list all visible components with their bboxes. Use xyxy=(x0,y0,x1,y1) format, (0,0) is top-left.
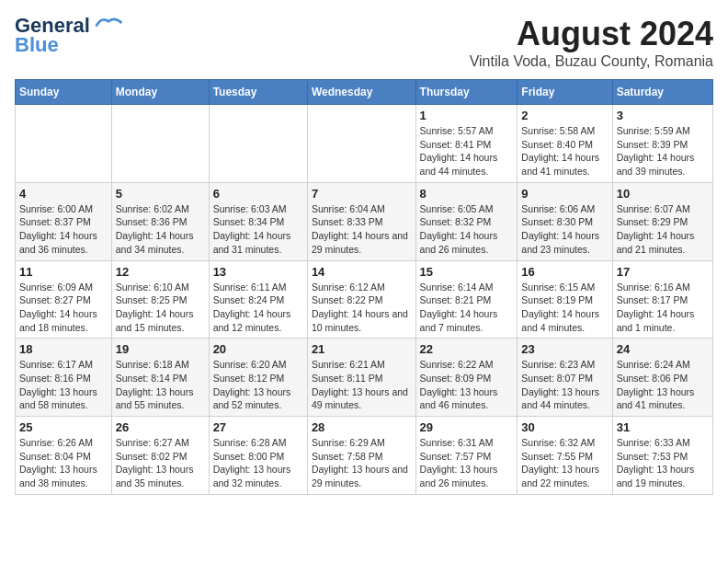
calendar-cell: 29Sunrise: 6:31 AM Sunset: 7:57 PM Dayli… xyxy=(415,417,518,495)
day-number: 12 xyxy=(116,265,205,279)
day-number: 24 xyxy=(617,342,709,356)
col-header-thursday: Thursday xyxy=(415,80,518,105)
col-header-wednesday: Wednesday xyxy=(307,80,415,105)
day-number: 15 xyxy=(420,265,514,279)
calendar-table: SundayMondayTuesdayWednesdayThursdayFrid… xyxy=(15,79,713,495)
day-info: Sunrise: 6:16 AM Sunset: 8:17 PM Dayligh… xyxy=(617,281,709,335)
day-info: Sunrise: 6:12 AM Sunset: 8:22 PM Dayligh… xyxy=(312,281,412,335)
calendar-cell: 4Sunrise: 6:00 AM Sunset: 8:37 PM Daylig… xyxy=(16,182,112,260)
day-info: Sunrise: 6:21 AM Sunset: 8:11 PM Dayligh… xyxy=(312,358,412,412)
calendar-cell: 8Sunrise: 6:05 AM Sunset: 8:32 PM Daylig… xyxy=(415,182,518,260)
calendar-week-row: 25Sunrise: 6:26 AM Sunset: 8:04 PM Dayli… xyxy=(16,417,713,495)
day-info: Sunrise: 6:29 AM Sunset: 7:58 PM Dayligh… xyxy=(312,436,412,490)
day-info: Sunrise: 6:22 AM Sunset: 8:09 PM Dayligh… xyxy=(420,358,514,412)
col-header-tuesday: Tuesday xyxy=(209,80,307,105)
calendar-cell: 13Sunrise: 6:11 AM Sunset: 8:24 PM Dayli… xyxy=(209,260,307,339)
day-info: Sunrise: 6:28 AM Sunset: 8:00 PM Dayligh… xyxy=(213,436,303,490)
calendar-week-row: 11Sunrise: 6:09 AM Sunset: 8:27 PM Dayli… xyxy=(16,260,713,339)
day-number: 27 xyxy=(213,420,303,434)
day-info: Sunrise: 6:06 AM Sunset: 8:30 PM Dayligh… xyxy=(521,202,608,257)
calendar-cell: 22Sunrise: 6:22 AM Sunset: 8:09 PM Dayli… xyxy=(415,339,518,417)
day-info: Sunrise: 6:18 AM Sunset: 8:14 PM Dayligh… xyxy=(116,358,205,412)
day-number: 20 xyxy=(213,342,303,356)
calendar-week-row: 1Sunrise: 5:57 AM Sunset: 8:41 PM Daylig… xyxy=(16,105,713,183)
day-info: Sunrise: 6:23 AM Sunset: 8:07 PM Dayligh… xyxy=(521,358,608,412)
day-number: 31 xyxy=(617,420,709,434)
day-info: Sunrise: 6:24 AM Sunset: 8:06 PM Dayligh… xyxy=(617,358,709,412)
day-number: 19 xyxy=(116,342,205,356)
day-info: Sunrise: 6:07 AM Sunset: 8:29 PM Dayligh… xyxy=(617,202,709,257)
day-number: 17 xyxy=(617,265,709,279)
day-number: 6 xyxy=(213,187,303,201)
day-number: 29 xyxy=(420,420,514,434)
calendar-cell: 2Sunrise: 5:58 AM Sunset: 8:40 PM Daylig… xyxy=(518,105,612,183)
day-info: Sunrise: 6:20 AM Sunset: 8:12 PM Dayligh… xyxy=(213,358,303,412)
day-number: 3 xyxy=(617,109,709,122)
day-number: 26 xyxy=(116,420,205,434)
calendar-cell xyxy=(111,105,209,183)
day-info: Sunrise: 6:04 AM Sunset: 8:33 PM Dayligh… xyxy=(312,202,412,257)
day-info: Sunrise: 6:05 AM Sunset: 8:32 PM Dayligh… xyxy=(420,202,514,257)
calendar-cell: 16Sunrise: 6:15 AM Sunset: 8:19 PM Dayli… xyxy=(518,260,612,339)
day-info: Sunrise: 6:27 AM Sunset: 8:02 PM Dayligh… xyxy=(116,436,205,490)
day-number: 5 xyxy=(116,187,205,201)
calendar-cell: 20Sunrise: 6:20 AM Sunset: 8:12 PM Dayli… xyxy=(209,339,307,417)
day-number: 11 xyxy=(19,265,108,279)
day-info: Sunrise: 6:10 AM Sunset: 8:25 PM Dayligh… xyxy=(116,281,205,335)
page-title: August 2024 xyxy=(470,15,713,53)
day-number: 7 xyxy=(312,187,412,201)
day-number: 9 xyxy=(521,187,608,201)
day-info: Sunrise: 5:58 AM Sunset: 8:40 PM Dayligh… xyxy=(521,124,608,178)
day-info: Sunrise: 6:33 AM Sunset: 7:53 PM Dayligh… xyxy=(617,436,709,490)
day-number: 21 xyxy=(312,342,412,356)
day-info: Sunrise: 6:15 AM Sunset: 8:19 PM Dayligh… xyxy=(521,281,608,335)
day-info: Sunrise: 6:26 AM Sunset: 8:04 PM Dayligh… xyxy=(19,436,108,490)
logo-bird-icon xyxy=(92,13,125,33)
day-number: 22 xyxy=(420,342,514,356)
calendar-cell: 14Sunrise: 6:12 AM Sunset: 8:22 PM Dayli… xyxy=(307,260,415,339)
day-number: 10 xyxy=(617,187,709,201)
page-subtitle: Vintila Voda, Buzau County, Romania xyxy=(470,53,713,70)
day-number: 13 xyxy=(213,265,303,279)
logo: General Blue xyxy=(15,15,125,57)
day-number: 2 xyxy=(521,109,608,122)
day-info: Sunrise: 6:02 AM Sunset: 8:36 PM Dayligh… xyxy=(116,202,205,257)
day-number: 8 xyxy=(420,187,514,201)
calendar-cell: 31Sunrise: 6:33 AM Sunset: 7:53 PM Dayli… xyxy=(612,417,712,495)
day-info: Sunrise: 6:09 AM Sunset: 8:27 PM Dayligh… xyxy=(19,281,108,335)
calendar-cell: 25Sunrise: 6:26 AM Sunset: 8:04 PM Dayli… xyxy=(16,417,112,495)
calendar-cell: 18Sunrise: 6:17 AM Sunset: 8:16 PM Dayli… xyxy=(16,339,112,417)
calendar-cell: 9Sunrise: 6:06 AM Sunset: 8:30 PM Daylig… xyxy=(518,182,612,260)
day-info: Sunrise: 6:00 AM Sunset: 8:37 PM Dayligh… xyxy=(19,202,108,257)
calendar-cell xyxy=(307,105,415,183)
calendar-cell: 26Sunrise: 6:27 AM Sunset: 8:02 PM Dayli… xyxy=(111,417,209,495)
calendar-cell: 19Sunrise: 6:18 AM Sunset: 8:14 PM Dayli… xyxy=(111,339,209,417)
day-info: Sunrise: 5:57 AM Sunset: 8:41 PM Dayligh… xyxy=(420,124,514,178)
day-info: Sunrise: 6:03 AM Sunset: 8:34 PM Dayligh… xyxy=(213,202,303,257)
calendar-cell xyxy=(16,105,112,183)
day-info: Sunrise: 5:59 AM Sunset: 8:39 PM Dayligh… xyxy=(617,124,709,178)
day-number: 23 xyxy=(521,342,608,356)
calendar-cell: 3Sunrise: 5:59 AM Sunset: 8:39 PM Daylig… xyxy=(612,105,712,183)
calendar-cell: 24Sunrise: 6:24 AM Sunset: 8:06 PM Dayli… xyxy=(612,339,712,417)
calendar-week-row: 18Sunrise: 6:17 AM Sunset: 8:16 PM Dayli… xyxy=(16,339,713,417)
day-number: 25 xyxy=(19,420,108,434)
calendar-cell: 1Sunrise: 5:57 AM Sunset: 8:41 PM Daylig… xyxy=(415,105,518,183)
day-number: 18 xyxy=(19,342,108,356)
calendar-cell: 5Sunrise: 6:02 AM Sunset: 8:36 PM Daylig… xyxy=(111,182,209,260)
calendar-cell: 17Sunrise: 6:16 AM Sunset: 8:17 PM Dayli… xyxy=(612,260,712,339)
calendar-week-row: 4Sunrise: 6:00 AM Sunset: 8:37 PM Daylig… xyxy=(16,182,713,260)
calendar-cell: 23Sunrise: 6:23 AM Sunset: 8:07 PM Dayli… xyxy=(518,339,612,417)
calendar-cell: 6Sunrise: 6:03 AM Sunset: 8:34 PM Daylig… xyxy=(209,182,307,260)
calendar-cell: 10Sunrise: 6:07 AM Sunset: 8:29 PM Dayli… xyxy=(612,182,712,260)
day-number: 1 xyxy=(420,109,514,122)
day-info: Sunrise: 6:14 AM Sunset: 8:21 PM Dayligh… xyxy=(420,281,514,335)
col-header-friday: Friday xyxy=(518,80,612,105)
calendar-cell: 28Sunrise: 6:29 AM Sunset: 7:58 PM Dayli… xyxy=(307,417,415,495)
day-number: 28 xyxy=(312,420,412,434)
calendar-cell: 7Sunrise: 6:04 AM Sunset: 8:33 PM Daylig… xyxy=(307,182,415,260)
calendar-header-row: SundayMondayTuesdayWednesdayThursdayFrid… xyxy=(16,80,713,105)
calendar-cell xyxy=(209,105,307,183)
day-number: 30 xyxy=(521,420,608,434)
calendar-cell: 27Sunrise: 6:28 AM Sunset: 8:00 PM Dayli… xyxy=(209,417,307,495)
